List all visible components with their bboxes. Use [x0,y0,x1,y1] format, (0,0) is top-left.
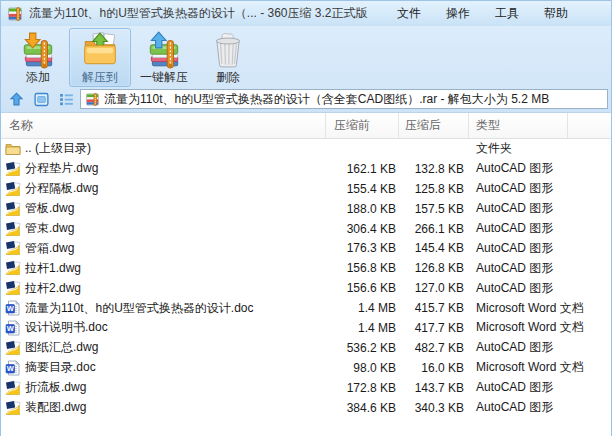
file-type: AutoCAD 图形 [469,220,611,237]
dwg-file-icon [5,380,21,396]
file-name: 管束.dwg [25,220,74,237]
table-row[interactable]: 拉杆1.dwg 156.8 KB 126.8 KB AutoCAD 图形 [1,258,611,278]
table-row[interactable]: W 流量为110t、h的U型管式换热器的设计.doc 1.4 MB 415.7 … [1,298,611,318]
file-type: AutoCAD 图形 [469,260,611,277]
column-header-before[interactable]: 压缩前 [326,113,399,138]
dwg-file-icon [5,400,21,416]
file-type: AutoCAD 图形 [469,339,611,356]
archive-info-text: 流量为110t、h的U型管式换热器的设计（含全套CAD图纸）.rar - 解包大… [104,91,549,108]
table-row[interactable]: W 设计说明书.doc 1.4 MB 417.7 KB Microsoft Wo… [1,318,611,338]
file-name: 折流板.dwg [25,379,86,396]
file-name: 摘要目录.doc [25,359,96,376]
size-after-compression: 125.8 KB [399,182,469,196]
list-view-button[interactable] [55,90,77,109]
file-name: .. (上级目录) [25,140,91,157]
file-type: AutoCAD 图形 [469,280,611,297]
table-row[interactable]: 管板.dwg 188.0 KB 157.5 KB AutoCAD 图形 [1,199,611,219]
size-after-compression: 143.7 KB [399,381,469,395]
file-type: AutoCAD 图形 [469,180,611,197]
file-name: 分程隔板.dwg [25,180,98,197]
table-row[interactable]: 分程隔板.dwg 155.4 KB 125.8 KB AutoCAD 图形 [1,179,611,199]
up-directory-button[interactable] [5,90,27,109]
toolbar-button-one-click-extract[interactable]: 一键解压 [131,28,197,87]
column-header-name[interactable]: 名称 [1,113,326,138]
file-type: Microsoft Word 文档 [469,359,611,376]
one-click-extract-icon [145,31,183,69]
delete-icon [209,31,247,69]
file-name: 装配图.dwg [25,399,86,416]
file-name: 设计说明书.doc [25,319,108,336]
file-name: 拉杆1.dwg [25,260,81,277]
svg-text:W: W [7,364,15,373]
size-before-compression: 176.3 KB [326,241,399,255]
dwg-file-icon [5,201,21,217]
word-doc-icon: W [5,360,21,376]
address-bar: 流量为110t、h的U型管式换热器的设计（含全套CAD图纸）.rar - 解包大… [1,89,611,113]
dwg-file-icon [5,221,21,237]
dwg-file-icon [5,340,21,356]
toolbar-button-label: 添加 [26,69,50,86]
word-doc-icon: W [5,300,21,316]
window-view-icon [33,91,50,108]
toolbar-button-delete[interactable]: 删除 [197,28,259,87]
file-type: Microsoft Word 文档 [469,319,611,336]
menu-item-help[interactable]: 帮助 [543,3,569,24]
size-after-compression: 340.3 KB [399,401,469,415]
dwg-file-icon [5,161,21,177]
table-row[interactable]: 装配图.dwg 384.6 KB 340.3 KB AutoCAD 图形 [1,398,611,418]
table-row[interactable]: 拉杆2.dwg 156.6 KB 127.0 KB AutoCAD 图形 [1,278,611,298]
table-row[interactable]: 管束.dwg 306.4 KB 266.1 KB AutoCAD 图形 [1,219,611,239]
archive-app-icon [7,6,23,22]
table-row[interactable]: .. (上级目录) 文件夹 [1,139,611,159]
svg-text:W: W [7,304,15,313]
archive-path-field[interactable]: 流量为110t、h的U型管式换热器的设计（含全套CAD图纸）.rar - 解包大… [80,89,608,109]
menu-item-actions[interactable]: 操作 [445,3,471,24]
file-name: 分程垫片.dwg [25,160,98,177]
table-row[interactable]: 管箱.dwg 176.3 KB 145.4 KB AutoCAD 图形 [1,238,611,258]
size-before-compression: 172.8 KB [326,381,399,395]
file-name: 拉杆2.dwg [25,280,81,297]
svg-text:W: W [7,324,15,333]
file-type: AutoCAD 图形 [469,160,611,177]
file-type: AutoCAD 图形 [469,379,611,396]
size-before-compression: 536.2 KB [326,341,399,355]
column-header-after[interactable]: 压缩后 [399,113,469,138]
table-row[interactable]: 折流板.dwg 172.8 KB 143.7 KB AutoCAD 图形 [1,378,611,398]
size-after-compression: 417.7 KB [399,321,469,335]
file-type: AutoCAD 图形 [469,399,611,416]
size-after-compression: 127.0 KB [399,281,469,295]
table-row[interactable]: W 摘要目录.doc 98.0 KB 16.0 KB Microsoft Wor… [1,358,611,378]
size-before-compression: 155.4 KB [326,182,399,196]
table-row[interactable]: 分程垫片.dwg 162.1 KB 132.8 KB AutoCAD 图形 [1,159,611,179]
file-type: AutoCAD 图形 [469,240,611,257]
dwg-file-icon [5,181,21,197]
size-after-compression: 126.8 KB [399,261,469,275]
app-window: 流量为110t、h的U型管式换热器的设计（... - 360压缩 3.2正式版 … [0,0,612,436]
dwg-file-icon [5,280,21,296]
menu-item-tools[interactable]: 工具 [494,3,520,24]
size-before-compression: 1.4 MB [326,301,399,315]
size-before-compression: 156.8 KB [326,261,399,275]
size-after-compression: 157.5 KB [399,202,469,216]
file-name: 管板.dwg [25,200,74,217]
toolbar-button-add[interactable]: 添加 [7,28,69,87]
main-toolbar: 添加 解压到 一键解压 删除 [1,26,611,89]
menu-item-file[interactable]: 文件 [396,3,422,24]
size-after-compression: 415.7 KB [399,301,469,315]
toolbar-button-label: 删除 [216,69,240,86]
file-list: .. (上级目录) 文件夹 分程垫片.dwg 162.1 KB 132.8 KB… [1,139,611,436]
size-before-compression: 1.4 MB [326,321,399,335]
column-header-type[interactable]: 类型 [469,113,568,138]
column-header-row: 名称 压缩前 压缩后 类型 [1,113,611,139]
add-archive-icon [19,31,57,69]
title-bar: 流量为110t、h的U型管式换热器的设计（... - 360压缩 3.2正式版 … [1,1,611,26]
up-arrow-icon [8,91,25,108]
file-type: AutoCAD 图形 [469,200,611,217]
size-after-compression: 16.0 KB [399,361,469,375]
size-after-compression: 482.7 KB [399,341,469,355]
column-header-spacer [568,113,611,138]
toolbar-button-extract-to[interactable]: 解压到 [69,28,131,87]
view-mode-button[interactable] [30,90,52,109]
table-row[interactable]: 图纸汇总.dwg 536.2 KB 482.7 KB AutoCAD 图形 [1,338,611,358]
size-before-compression: 384.6 KB [326,401,399,415]
